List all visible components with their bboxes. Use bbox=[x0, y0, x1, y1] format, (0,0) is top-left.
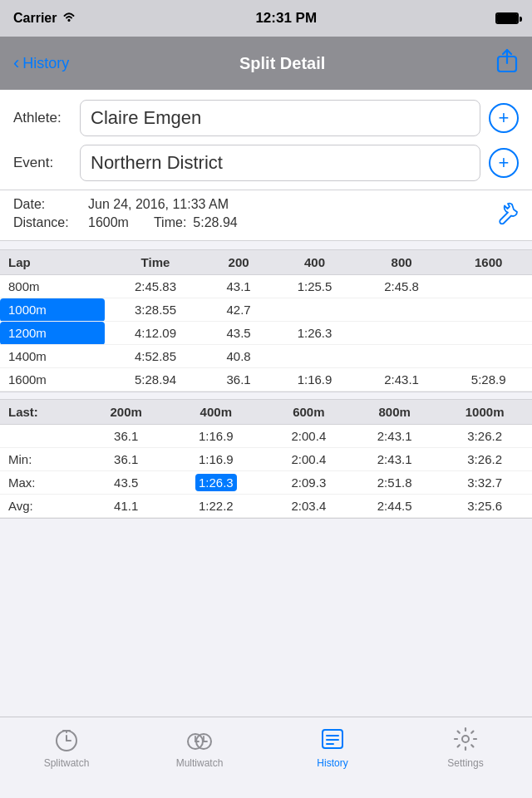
multiwatch-icon bbox=[185, 724, 214, 754]
stats-col-last: Last: bbox=[0, 400, 86, 425]
table-row: 800m 2:45.83 43.1 1:25.5 2:45.8 bbox=[0, 275, 532, 298]
tab-history[interactable]: History bbox=[266, 724, 399, 769]
c200-cell: 36.1 bbox=[206, 368, 271, 392]
athlete-field-row: Athlete: + bbox=[13, 100, 519, 136]
col-lap: Lap bbox=[0, 250, 105, 275]
c800-cell: 2:43.1 bbox=[358, 368, 446, 392]
tab-multiwatch[interactable]: Multiwatch bbox=[133, 724, 266, 769]
stats-header-row: Last: 200m 400m 600m 800m 1000m bbox=[0, 400, 532, 425]
history-label: History bbox=[317, 757, 347, 769]
history-icon bbox=[318, 724, 347, 754]
col-200: 200 bbox=[206, 250, 271, 275]
athlete-section: Athlete: + Event: + bbox=[0, 90, 532, 190]
distance-label: Distance: bbox=[13, 215, 88, 230]
battery-icon bbox=[495, 12, 519, 24]
col-400: 400 bbox=[271, 250, 358, 275]
settings-wrench-button[interactable] bbox=[494, 200, 519, 231]
settings-label: Settings bbox=[447, 757, 483, 769]
tab-bar: Splitwatch Multiwatch History bbox=[0, 717, 532, 798]
nav-bar: ‹ History Split Detail bbox=[0, 37, 532, 90]
lap-cell: 1000m bbox=[0, 298, 105, 322]
status-left: Carrier bbox=[13, 11, 76, 26]
c400-cell: 1:16.9 bbox=[271, 368, 358, 392]
tab-splitwatch[interactable]: Splitwatch bbox=[0, 724, 133, 769]
c1600-cell bbox=[445, 345, 532, 368]
c400-cell bbox=[271, 298, 358, 322]
max-row: Max: 43.5 1:26.3 2:09.3 2:51.8 3:32.7 bbox=[0, 471, 532, 495]
splitwatch-label: Splitwatch bbox=[44, 757, 90, 769]
stats-col-1000m: 1000m bbox=[437, 400, 532, 425]
page-title: Split Detail bbox=[239, 54, 325, 73]
c1600-cell bbox=[445, 275, 532, 298]
stats-col-400m: 400m bbox=[166, 400, 266, 425]
multiwatch-label: Multiwatch bbox=[176, 757, 224, 769]
svg-point-0 bbox=[68, 19, 71, 22]
col-time: Time bbox=[105, 250, 206, 275]
event-input[interactable] bbox=[80, 145, 480, 181]
table-row: 1400m 4:52.85 40.8 bbox=[0, 345, 532, 368]
time-value: 5:28.94 bbox=[193, 215, 237, 230]
c800-cell bbox=[358, 298, 446, 322]
col-800: 800 bbox=[358, 250, 446, 275]
stats-col-600m: 600m bbox=[266, 400, 352, 425]
c200-cell: 43.1 bbox=[206, 275, 271, 298]
c1600-cell bbox=[445, 322, 532, 345]
status-time: 12:31 PM bbox=[255, 10, 317, 27]
time-cell: 5:28.94 bbox=[105, 368, 206, 392]
max-400-highlight: 1:26.3 bbox=[195, 474, 237, 491]
event-label: Event: bbox=[13, 155, 80, 171]
table-row: 1000m 3:28.55 42.7 bbox=[0, 298, 532, 322]
svg-point-17 bbox=[462, 736, 469, 742]
c800-cell bbox=[358, 322, 446, 345]
athlete-label: Athlete: bbox=[13, 110, 80, 126]
tab-settings[interactable]: Settings bbox=[399, 724, 532, 769]
share-button[interactable] bbox=[495, 48, 519, 78]
c1600-cell bbox=[445, 298, 532, 322]
time-cell: 4:52.85 bbox=[105, 345, 206, 368]
stats-table: Last: 200m 400m 600m 800m 1000m 36.1 1:1… bbox=[0, 400, 532, 518]
c800-cell: 2:45.8 bbox=[358, 275, 446, 298]
meta-section: Date: Jun 24, 2016, 11:33 AM Distance: 1… bbox=[0, 190, 532, 241]
content: Athlete: + Event: + Date: Jun 24, 2016, … bbox=[0, 90, 532, 519]
back-label: History bbox=[22, 55, 69, 72]
athlete-input[interactable] bbox=[80, 100, 480, 136]
time-cell: 3:28.55 bbox=[105, 298, 206, 322]
stats-col-800m: 800m bbox=[352, 400, 437, 425]
wifi-icon bbox=[62, 11, 76, 26]
settings-icon bbox=[451, 724, 480, 754]
last-values-row: 36.1 1:16.9 2:00.4 2:43.1 3:26.2 bbox=[0, 425, 532, 448]
c200-cell: 40.8 bbox=[206, 345, 271, 368]
event-add-button[interactable]: + bbox=[489, 148, 519, 178]
c400-cell: 1:26.3 bbox=[271, 322, 358, 345]
status-right bbox=[495, 12, 519, 24]
status-bar: Carrier 12:31 PM bbox=[0, 0, 532, 37]
table-row: 1200m 4:12.09 43.5 1:26.3 bbox=[0, 322, 532, 345]
date-value: Jun 24, 2016, 11:33 AM bbox=[88, 197, 229, 212]
lap-cell: 1400m bbox=[0, 345, 105, 368]
stats-section: Last: 200m 400m 600m 800m 1000m 36.1 1:1… bbox=[0, 399, 532, 519]
c800-cell bbox=[358, 345, 446, 368]
c200-cell: 42.7 bbox=[206, 298, 271, 322]
date-label: Date: bbox=[13, 197, 88, 212]
stats-col-200m: 200m bbox=[86, 400, 166, 425]
c200-cell: 43.5 bbox=[206, 322, 271, 345]
time-cell: 4:12.09 bbox=[105, 322, 206, 345]
distance-value: 1600m bbox=[88, 215, 129, 230]
carrier-label: Carrier bbox=[13, 11, 57, 26]
lap-cell: 1200m bbox=[0, 322, 105, 345]
back-button[interactable]: ‹ History bbox=[13, 52, 69, 74]
splitwatch-icon bbox=[52, 724, 81, 754]
c400-cell: 1:25.5 bbox=[271, 275, 358, 298]
split-table-section: Lap Time 200 400 800 1600 800m 2:45.83 4… bbox=[0, 249, 532, 392]
avg-row: Avg: 41.1 1:22.2 2:03.4 2:44.5 3:25.6 bbox=[0, 495, 532, 518]
time-label: Time: bbox=[154, 215, 186, 230]
athlete-add-button[interactable]: + bbox=[489, 103, 519, 133]
min-row: Min: 36.1 1:16.9 2:00.4 2:43.1 3:26.2 bbox=[0, 448, 532, 471]
distance-row: Distance: 1600m Time: 5:28.94 bbox=[13, 215, 519, 230]
lap-cell: 1600m bbox=[0, 368, 105, 392]
time-cell: 2:45.83 bbox=[105, 275, 206, 298]
back-chevron-icon: ‹ bbox=[13, 52, 19, 74]
col-1600: 1600 bbox=[445, 250, 532, 275]
split-table-header-row: Lap Time 200 400 800 1600 bbox=[0, 250, 532, 275]
event-field-row: Event: + bbox=[13, 145, 519, 181]
